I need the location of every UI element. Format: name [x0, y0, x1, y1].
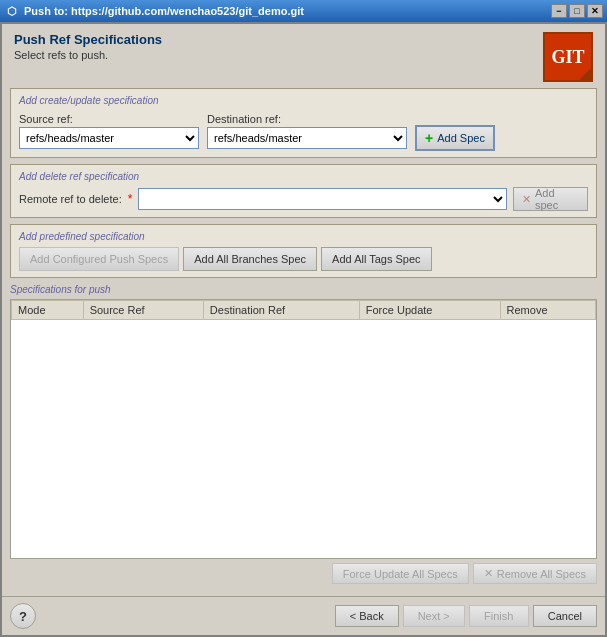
- predefined-section: Add predefined specification Add Configu…: [10, 224, 597, 278]
- col-source-ref: Source Ref: [83, 301, 203, 320]
- title-bar: ⬡ Push to: https://github.com/wenchao523…: [0, 0, 607, 22]
- delete-row-items: Remote ref to delete: * ✕ Add spec: [19, 187, 588, 211]
- back-button[interactable]: < Back: [335, 605, 399, 627]
- footer-right: < Back Next > Finish Cancel: [335, 605, 597, 627]
- remove-all-label: Remove All Specs: [497, 568, 586, 580]
- next-button[interactable]: Next >: [403, 605, 465, 627]
- wizard-footer: ? < Back Next > Finish Cancel: [2, 596, 605, 635]
- finish-button[interactable]: Finish: [469, 605, 529, 627]
- dest-ref-select[interactable]: refs/heads/master: [207, 127, 407, 149]
- add-spec-label: Add Spec: [437, 132, 485, 144]
- dest-ref-label: Destination ref:: [207, 113, 407, 125]
- configured-push-specs-button[interactable]: Add Configured Push Specs: [19, 247, 179, 271]
- col-remove: Remove: [500, 301, 595, 320]
- title-bar-buttons: − □ ✕: [551, 4, 603, 18]
- col-dest-ref: Destination Ref: [203, 301, 359, 320]
- spec-table: Mode Source Ref Destination Ref Force Up…: [11, 300, 596, 320]
- all-branches-spec-button[interactable]: Add All Branches Spec: [183, 247, 317, 271]
- git-logo: GIT: [543, 32, 593, 82]
- content-area: Add create/update specification Source r…: [2, 88, 605, 596]
- delete-ref-section: Add delete ref specification Remote ref …: [10, 164, 597, 218]
- create-update-title: Add create/update specification: [19, 95, 588, 106]
- add-spec-disabled-icon: ✕: [522, 193, 531, 206]
- source-ref-group: Source ref: refs/heads/master: [19, 113, 199, 149]
- col-force-update: Force Update: [359, 301, 500, 320]
- spec-for-push-section: Specifications for push Mode Source Ref …: [10, 284, 597, 588]
- remove-all-icon: ✕: [484, 567, 493, 580]
- delete-ref-title: Add delete ref specification: [19, 171, 588, 182]
- footer-left: ?: [10, 603, 36, 629]
- spec-for-push-title: Specifications for push: [10, 284, 597, 295]
- maximize-button[interactable]: □: [569, 4, 585, 18]
- remove-all-specs-button[interactable]: ✕ Remove All Specs: [473, 563, 597, 584]
- header-text: Push Ref Specifications Select refs to p…: [14, 32, 162, 61]
- add-spec-wrapper: + Add Spec: [415, 125, 495, 151]
- force-update-all-specs-button[interactable]: Force Update All Specs: [332, 563, 469, 584]
- all-tags-spec-button[interactable]: Add All Tags Spec: [321, 247, 431, 271]
- close-button[interactable]: ✕: [587, 4, 603, 18]
- spec-table-container: Mode Source Ref Destination Ref Force Up…: [10, 299, 597, 559]
- main-window: Push Ref Specifications Select refs to p…: [0, 22, 607, 637]
- create-update-row: Source ref: refs/heads/master Destinatio…: [19, 111, 588, 151]
- dest-ref-group: Destination ref: refs/heads/master: [207, 113, 407, 149]
- bottom-actions: Force Update All Specs ✕ Remove All Spec…: [10, 559, 597, 588]
- add-spec-disabled-button: ✕ Add spec: [513, 187, 588, 211]
- source-ref-label: Source ref:: [19, 113, 199, 125]
- required-marker: *: [128, 192, 133, 206]
- remote-ref-label: Remote ref to delete:: [19, 193, 122, 205]
- predefined-row: Add Configured Push Specs Add All Branch…: [19, 247, 588, 271]
- add-spec-icon: +: [425, 130, 433, 146]
- page-subtitle: Select refs to push.: [14, 49, 162, 61]
- spec-table-head: Mode Source Ref Destination Ref Force Up…: [12, 301, 596, 320]
- header: Push Ref Specifications Select refs to p…: [2, 24, 605, 88]
- add-spec-button[interactable]: + Add Spec: [415, 125, 495, 151]
- source-ref-select[interactable]: refs/heads/master: [19, 127, 199, 149]
- title-bar-icon: ⬡: [4, 3, 20, 19]
- col-mode: Mode: [12, 301, 84, 320]
- spec-table-header-row: Mode Source Ref Destination Ref Force Up…: [12, 301, 596, 320]
- minimize-button[interactable]: −: [551, 4, 567, 18]
- create-update-section: Add create/update specification Source r…: [10, 88, 597, 158]
- title-bar-text: Push to: https://github.com/wenchao523/g…: [24, 5, 551, 17]
- page-title: Push Ref Specifications: [14, 32, 162, 47]
- predefined-title: Add predefined specification: [19, 231, 588, 242]
- cancel-button[interactable]: Cancel: [533, 605, 597, 627]
- remote-ref-select[interactable]: [138, 188, 507, 210]
- help-button[interactable]: ?: [10, 603, 36, 629]
- add-spec-disabled-label: Add spec: [535, 187, 579, 211]
